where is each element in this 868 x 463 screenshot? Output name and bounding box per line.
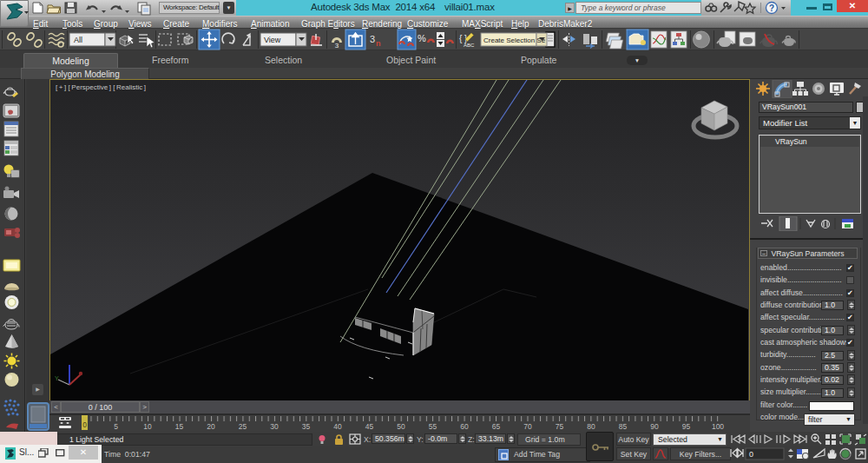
svg-text:15: 15	[175, 422, 184, 431]
svg-text:0: 0	[749, 450, 753, 459]
svg-text:20: 20	[207, 422, 215, 431]
svg-text:View: View	[264, 36, 281, 44]
svg-text:n: n	[376, 39, 381, 48]
svg-text:0: 0	[82, 420, 87, 429]
svg-text:All: All	[74, 36, 82, 44]
svg-text:3: 3	[370, 34, 375, 44]
svg-text:100: 100	[712, 422, 724, 431]
svg-text:ABC: ABC	[464, 43, 475, 48]
svg-text:%: %	[418, 33, 426, 43]
svg-text:35: 35	[302, 422, 311, 431]
svg-text:30: 30	[270, 422, 279, 431]
svg-text:55: 55	[429, 422, 437, 431]
svg-text:10: 10	[143, 422, 152, 431]
svg-text:45: 45	[365, 422, 374, 431]
svg-text:85: 85	[619, 422, 628, 431]
svg-text:50: 50	[397, 422, 405, 431]
svg-text:80: 80	[587, 422, 595, 431]
svg-text:3: 3	[335, 42, 339, 50]
svg-text:Y: Y	[55, 375, 59, 381]
svg-text:40: 40	[333, 422, 342, 431]
svg-text:?: ?	[769, 3, 774, 13]
svg-text:75: 75	[556, 422, 564, 431]
svg-text:60: 60	[460, 422, 469, 431]
svg-text:95: 95	[682, 422, 691, 431]
svg-text:90: 90	[650, 422, 659, 431]
svg-text:{: {	[459, 34, 463, 43]
svg-text:5: 5	[114, 422, 118, 431]
svg-text:25: 25	[239, 422, 247, 431]
svg-text:70: 70	[523, 422, 532, 431]
svg-text:65: 65	[492, 422, 501, 431]
svg-text:Create Selection Se: Create Selection Se	[483, 36, 546, 44]
